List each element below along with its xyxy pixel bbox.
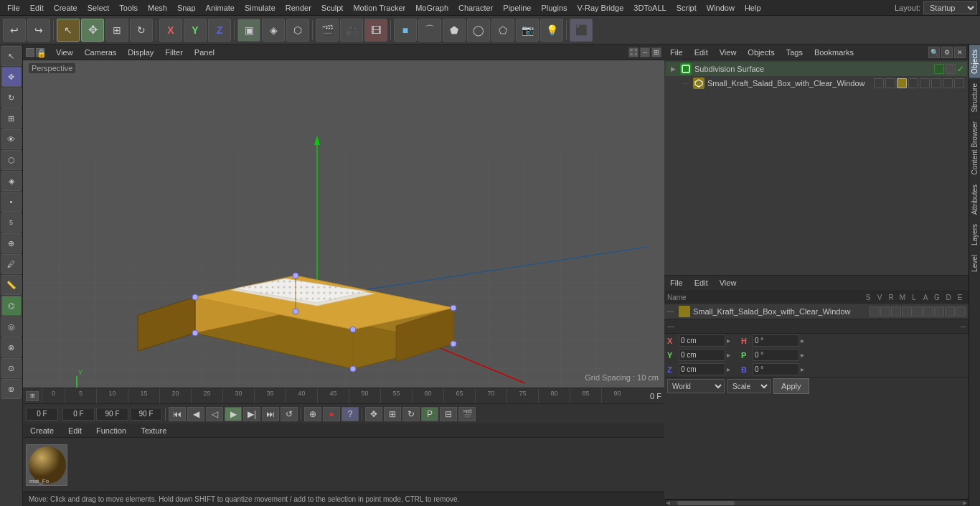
obj-objects-menu[interactable]: Objects	[745, 47, 777, 57]
attr-expand-icon[interactable]: —	[667, 308, 676, 315]
tab-content-browser[interactable]: Content Browser	[969, 116, 980, 179]
object-mode-button[interactable]: ▣	[237, 19, 260, 42]
attr-badge-5[interactable]	[913, 306, 923, 317]
play-back-button[interactable]: ◁	[206, 407, 223, 421]
obj-row-subdivision[interactable]: ▶ Subdivision Surface ✓	[666, 62, 967, 76]
x-axis-button[interactable]: X	[159, 19, 182, 42]
obj-search-icon[interactable]: 🔍	[928, 47, 940, 58]
tool-extra4[interactable]: ⊚	[1, 379, 22, 399]
attr-badge-4[interactable]	[902, 306, 912, 317]
render-button[interactable]: 🎞	[364, 19, 387, 42]
menu-edit[interactable]: Edit	[26, 2, 48, 14]
obj-badge-render[interactable]	[946, 64, 956, 74]
vp-menu-display[interactable]: Display	[125, 47, 156, 57]
key-help-button[interactable]: ?	[341, 407, 359, 421]
mat-function-menu[interactable]: Function	[92, 426, 131, 436]
tab-objects[interactable]: Objects	[969, 44, 980, 78]
menu-sculpt[interactable]: Sculpt	[317, 2, 348, 14]
coord-p-arrow[interactable]: ▸	[801, 351, 811, 359]
tool-extra3[interactable]: ⊙	[1, 358, 22, 378]
expand-icon-subdivision[interactable]: ▶	[669, 65, 677, 73]
menu-pipeline[interactable]: Pipeline	[499, 2, 535, 14]
scale-select[interactable]: Scale Size	[727, 379, 771, 393]
scale-key-button[interactable]: ⊞	[384, 407, 401, 421]
coord-h-input[interactable]	[753, 334, 799, 347]
coord-h-arrow[interactable]: ▸	[801, 337, 811, 345]
tool-move[interactable]: ✥	[1, 67, 22, 87]
tool-sculpt[interactable]: ⌬	[1, 296, 22, 316]
go-start-button[interactable]: ⏮	[169, 407, 186, 421]
select-tool-button[interactable]: ↖	[57, 19, 80, 42]
vp-icon-2[interactable]: ↔	[640, 47, 650, 57]
mat-texture-menu[interactable]: Texture	[136, 426, 171, 436]
menu-plugins[interactable]: Plugins	[537, 2, 571, 14]
generator-button[interactable]: ⬠	[491, 19, 514, 42]
menu-character[interactable]: Character	[454, 2, 497, 14]
play-button[interactable]: ▶	[225, 407, 242, 421]
record-btn[interactable]: ⊕	[304, 407, 321, 421]
vp-toggle[interactable]	[26, 48, 34, 57]
obj-badge-box-extra3[interactable]	[931, 78, 941, 88]
apply-button[interactable]: Apply	[773, 378, 809, 394]
obj-badge-box-extra5[interactable]	[954, 78, 964, 88]
scroll-right-arrow[interactable]: ▶	[963, 500, 967, 506]
viewport[interactable]: Perspective Grid Spacing : 10 cm	[23, 60, 664, 388]
obj-row-kraft-box[interactable]: — Small_Kraft_Salad_Box_with_Clear_Windo…	[666, 76, 967, 90]
vp-lock[interactable]: 🔒	[36, 48, 44, 57]
end-frame-field[interactable]	[96, 408, 128, 421]
vp-icon-3[interactable]: ⊞	[651, 47, 661, 57]
y-axis-button[interactable]: Y	[184, 19, 207, 42]
tab-structure[interactable]: Structure	[969, 78, 980, 117]
coord-y-arrow[interactable]: ▸	[727, 351, 737, 359]
attr-badge-7[interactable]	[934, 306, 944, 317]
tab-attributes[interactable]: Attributes	[969, 179, 980, 219]
tool-rotate[interactable]: ↻	[1, 88, 22, 108]
vp-menu-cameras[interactable]: Cameras	[82, 47, 120, 57]
tool-edge[interactable]: ◈	[1, 171, 22, 191]
layout-select[interactable]: Startup Standard	[923, 1, 977, 14]
menu-script[interactable]: Script	[672, 2, 701, 14]
tool-extra1[interactable]: ◎	[1, 317, 22, 337]
spline-button[interactable]: ⌒	[418, 19, 441, 42]
attr-badge-2[interactable]	[880, 306, 890, 317]
obj-badge-box-extra2[interactable]	[920, 78, 930, 88]
coord-x-input[interactable]	[679, 334, 725, 347]
edge-mode-button[interactable]: ⬡	[286, 19, 309, 42]
obj-badge-box-render[interactable]	[885, 78, 895, 88]
menu-help[interactable]: Help	[740, 2, 765, 14]
field-button[interactable]: ◯	[467, 19, 490, 42]
attr-row-box[interactable]: — Small_Kraft_Salad_Box_with_Clear_Windo…	[664, 304, 969, 319]
attr-badge-3[interactable]	[891, 306, 901, 317]
menu-snap[interactable]: Snap	[173, 2, 200, 14]
coord-b-arrow[interactable]: ▸	[801, 365, 811, 373]
attr-file-menu[interactable]: File	[667, 278, 686, 288]
obj-tags-menu[interactable]: Tags	[783, 47, 806, 57]
move-key-button[interactable]: ✥	[365, 407, 382, 421]
obj-bookmarks-menu[interactable]: Bookmarks	[811, 47, 857, 57]
menu-3dtoall[interactable]: 3DToALL	[629, 2, 670, 14]
auto-key-button[interactable]: ●	[323, 407, 340, 421]
rotate-tool-button[interactable]: ↻	[130, 19, 153, 42]
redo-button[interactable]: ↪	[27, 19, 50, 42]
world-select[interactable]: World Object Global	[667, 379, 725, 393]
mat-edit-menu[interactable]: Edit	[64, 426, 86, 436]
move-tool-button[interactable]: ✥	[81, 19, 104, 42]
tool-select[interactable]: ↖	[1, 46, 22, 66]
obj-badge-box-extra[interactable]	[908, 78, 918, 88]
start-frame-field[interactable]	[26, 408, 58, 421]
menu-tools[interactable]: Tools	[115, 2, 142, 14]
scrollbar-thumb[interactable]	[677, 501, 735, 505]
scale-tool-button[interactable]: ⊞	[105, 19, 128, 42]
tool-snap[interactable]: ⊕	[1, 233, 22, 253]
obj-check[interactable]: ✓	[957, 64, 964, 74]
obj-settings-icon[interactable]: ⚙	[941, 47, 953, 58]
attr-badge-9[interactable]	[956, 306, 966, 317]
go-end-button[interactable]: ⏭	[262, 407, 279, 421]
attr-edit-menu[interactable]: Edit	[692, 278, 711, 288]
undo-button[interactable]: ↩	[3, 19, 26, 42]
material-thumbnail[interactable]: mat_Fo	[26, 444, 67, 486]
menu-simulate[interactable]: Simulate	[240, 2, 280, 14]
coord-y-input[interactable]	[679, 349, 725, 361]
coord-z-arrow[interactable]: ▸	[727, 365, 737, 373]
tab-layers[interactable]: Layers	[969, 219, 980, 250]
